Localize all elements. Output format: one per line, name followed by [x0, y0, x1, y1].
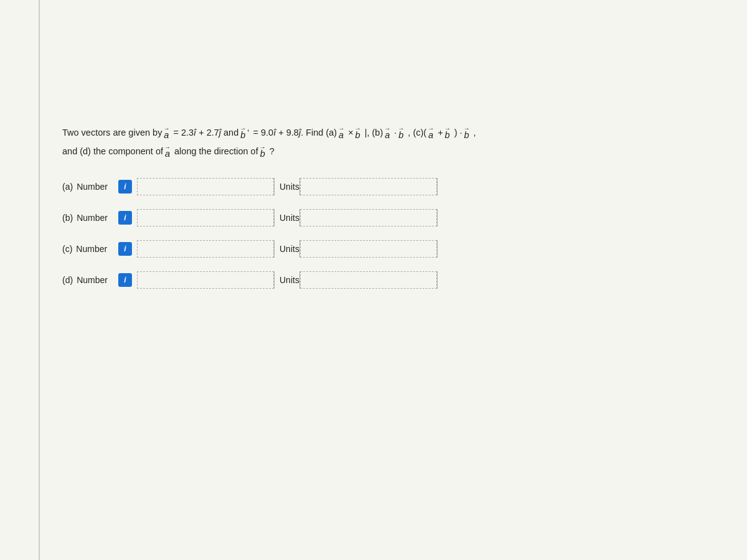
answer-row-d: (d) Number i Units — [62, 271, 710, 289]
number-input-b[interactable] — [137, 209, 274, 226]
separator-d — [274, 271, 275, 289]
b-vector-symbol-6: → b — [260, 144, 266, 159]
two-vectors-text: Two vectors are given by — [62, 124, 162, 141]
problem-line1: Two vectors are given by → a = 2.3î + 2.… — [62, 124, 710, 141]
b-vector-symbol: → b — [240, 126, 246, 140]
units-label-d: Units — [280, 275, 299, 285]
b-equals-val: = 9.0î + 9.8ĵ. Find (a) — [251, 124, 337, 141]
a-vector-symbol-3: → a — [384, 126, 390, 140]
problem-line2: and (d) the component of → a along the d… — [62, 143, 710, 159]
part-letter-d: (d) — [62, 275, 73, 285]
units-label-b: Units — [280, 213, 299, 223]
separator-d3 — [437, 271, 438, 289]
units-input-d[interactable] — [300, 271, 437, 289]
a-vector-symbol-2: → a — [338, 126, 344, 140]
b-vector-symbol-3: → b — [398, 126, 404, 140]
a-vector-symbol-5: → a — [164, 144, 171, 159]
number-input-c[interactable] — [137, 240, 274, 258]
separator-c3 — [437, 240, 438, 258]
number-input-d[interactable] — [137, 271, 274, 289]
part-letter-b: (b) — [62, 213, 73, 223]
left-border-decoration — [39, 0, 40, 560]
info-button-c[interactable]: i — [118, 242, 132, 256]
answer-label-b: (b) Number — [62, 213, 118, 223]
separator-b3 — [437, 209, 438, 226]
units-input-b[interactable] — [300, 209, 437, 226]
separator-a3 — [437, 178, 438, 195]
separator-a — [274, 178, 275, 195]
units-label-c: Units — [280, 244, 299, 254]
close-paren-dot: ) · — [452, 124, 463, 141]
number-label-b: Number — [77, 213, 108, 223]
answer-row-c: (c) Number i Units — [62, 240, 710, 258]
number-label-a: Number — [77, 182, 108, 192]
units-label-a: Units — [280, 182, 299, 192]
cross-symbol: × — [345, 124, 354, 141]
a-equals-text: = 2.3î + 2.7ĵ and — [171, 124, 238, 141]
a-vector-symbol: → a — [163, 126, 169, 140]
answer-label-d: (d) Number — [62, 275, 118, 285]
problem-statement: Two vectors are given by → a = 2.3î + 2.… — [62, 124, 710, 159]
d-part-intro: and (d) the component of — [62, 143, 163, 159]
number-label-c: Number — [76, 244, 107, 254]
question-mark: ? — [267, 143, 275, 159]
answer-row-a: (a) Number i Units — [62, 178, 710, 195]
part-letter-a: (a) — [62, 182, 73, 192]
b-vector-symbol-5: → b — [464, 126, 470, 140]
units-input-c[interactable] — [300, 240, 437, 258]
along-direction-text: along the direction of — [172, 143, 258, 159]
part-c-intro: , (c)( — [405, 124, 426, 141]
plus-b-text: + — [435, 124, 443, 141]
answers-section: (a) Number i Units (b) Number i — [62, 178, 710, 289]
a-vector-symbol-4: → a — [428, 126, 434, 140]
answer-label-c: (c) Number — [62, 244, 118, 254]
part-letter-c: (c) — [62, 244, 72, 254]
dot-symbol: · — [392, 124, 397, 141]
info-button-b[interactable]: i — [118, 211, 132, 225]
info-button-d[interactable]: i — [118, 273, 132, 287]
answer-row-b: (b) Number i Units — [62, 209, 710, 226]
number-input-a[interactable] — [137, 178, 274, 195]
separator-b — [274, 209, 275, 226]
b-vector-symbol-4: → b — [444, 126, 451, 140]
content-area: Two vectors are given by → a = 2.3î + 2.… — [62, 124, 710, 302]
number-label-d: Number — [77, 275, 108, 285]
b-equals-text: ‘ — [247, 124, 249, 141]
answer-label-a: (a) Number — [62, 182, 118, 192]
b-vector-symbol-2: → b — [355, 126, 361, 140]
info-button-a[interactable]: i — [118, 180, 132, 194]
part-b-intro: |, (b) — [362, 124, 383, 141]
units-input-a[interactable] — [300, 178, 437, 195]
separator-c — [274, 240, 275, 258]
page-container: Two vectors are given by → a = 2.3î + 2.… — [0, 0, 747, 560]
period-after-c: , — [471, 124, 476, 141]
